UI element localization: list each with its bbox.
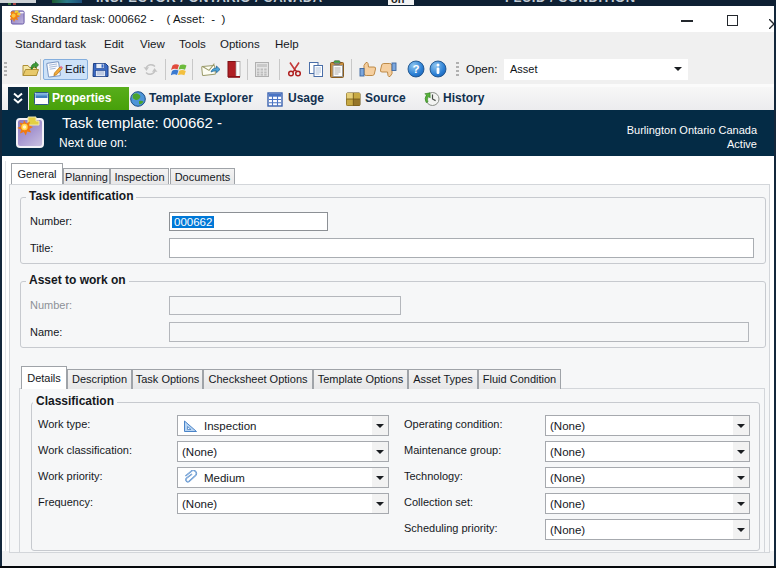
svg-text:?: ? [412,63,419,75]
